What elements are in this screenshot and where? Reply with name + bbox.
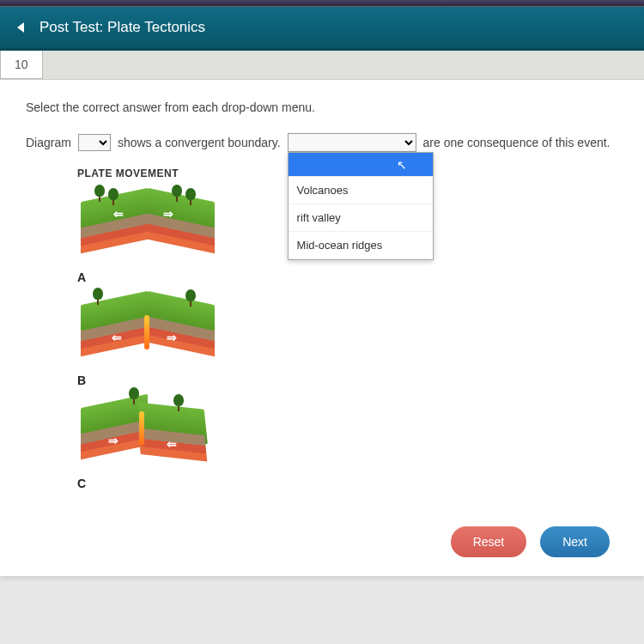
page-title: Post Test: Plate Tectonics (39, 19, 205, 36)
arrow-icon: ⇒ (108, 434, 118, 447)
sentence-text-2: shows a convergent boundary. (118, 136, 281, 149)
page-header: Post Test: Plate Tectonics (0, 7, 644, 51)
cursor-icon: ↖ (397, 158, 407, 172)
diagram-label-b: B (77, 374, 91, 387)
diagram-c-row: ⇒ ⇐ (77, 396, 618, 473)
arrow-icon: ⇒ (163, 207, 173, 221)
arrow-icon: ⇐ (112, 331, 122, 344)
diagram-label-a: A (77, 270, 91, 284)
dropdown-option-volcanoes[interactable]: Volcanoes (289, 177, 433, 204)
question-number-bar: 10 (0, 51, 644, 80)
arrow-icon: ⇐ (113, 207, 124, 221)
diagram-a-image: ⇐ ⇒ (77, 190, 219, 267)
browser-tab-bar (0, 0, 644, 7)
question-number: 10 (0, 51, 43, 79)
diagram-label-c: C (77, 477, 91, 490)
next-button[interactable]: Next (540, 526, 610, 557)
consequence-dropdown-list: ↖ Volcanoes rift valley Mid-ocean ridges (288, 152, 434, 260)
dropdown-option-rift-valley[interactable]: rift valley (289, 204, 433, 232)
diagram-b-image: ⇐ ⇒ (77, 293, 219, 370)
fill-sentence: Diagram shows a convergent boundary. ↖ V… (26, 133, 618, 152)
diagram-b-row: ⇐ ⇒ (77, 293, 618, 370)
reset-button[interactable]: Reset (451, 526, 527, 557)
diagram-select[interactable] (78, 134, 111, 151)
question-area: Select the correct answer from each drop… (0, 80, 644, 576)
diagram-c-image: ⇒ ⇐ (77, 396, 219, 473)
arrow-icon: ⇒ (167, 331, 177, 344)
back-icon[interactable] (17, 22, 24, 33)
sentence-text-1: Diagram (26, 136, 71, 149)
dropdown-option-mid-ocean-ridges[interactable]: Mid-ocean ridges (289, 232, 433, 259)
consequence-dropdown-wrap: ↖ Volcanoes rift valley Mid-ocean ridges (288, 133, 416, 152)
instruction-text: Select the correct answer from each drop… (26, 100, 618, 114)
dropdown-option-blank[interactable]: ↖ (289, 153, 433, 177)
sentence-text-3: are one consequence of this event. (423, 136, 611, 149)
consequence-select[interactable] (288, 133, 416, 152)
content-wrapper: 10 Select the correct answer from each d… (0, 51, 644, 576)
arrow-icon: ⇐ (167, 437, 177, 451)
footer-buttons: Reset Next (451, 526, 610, 557)
